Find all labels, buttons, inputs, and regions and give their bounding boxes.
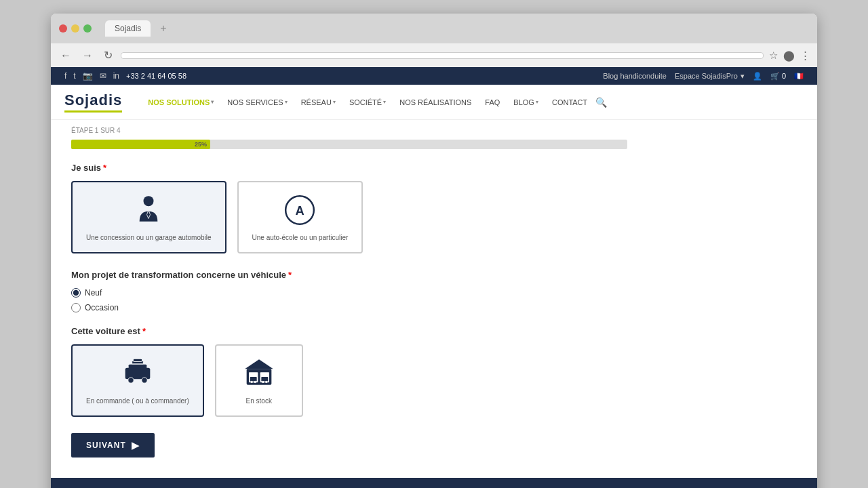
blog-link[interactable]: Blog handiconduite	[603, 72, 667, 80]
svg-rect-14	[250, 377, 256, 382]
nav-item-contact[interactable]: CONTACT	[547, 94, 593, 110]
nav-item-solutions[interactable]: NOS SOLUTIONS ▾	[142, 94, 219, 110]
page-content: ÉTAPE 1 SUR 4 25% Je suis*	[51, 120, 661, 478]
suivant-button[interactable]: SUIVANT ▶	[71, 433, 155, 458]
user-icon[interactable]: 👤	[753, 72, 762, 81]
star-icon[interactable]: ☆	[769, 49, 778, 62]
dot-maximize[interactable]	[83, 24, 92, 33]
logo[interactable]: Sojadis	[64, 92, 122, 113]
nav-label-societe: SOCIÉTÉ	[349, 98, 382, 106]
chevron-down-icon: ▾	[285, 99, 288, 105]
chevron-down-icon: ▾	[536, 99, 538, 105]
logo-underline	[64, 110, 122, 113]
nav-item-reseau[interactable]: RÉSEAU ▾	[296, 94, 341, 110]
browser-tab[interactable]: Sojadis	[105, 20, 151, 37]
top-bar: f t 📷 ✉ in +33 2 41 64 05 58 Blog handic…	[51, 67, 817, 85]
dot-close[interactable]	[59, 24, 67, 33]
dot-minimize[interactable]	[71, 24, 79, 33]
menu-button[interactable]: ⋮	[800, 49, 810, 62]
nav-label-realisations: NOS RÉALISATIONS	[399, 98, 471, 106]
svg-point-0	[144, 196, 154, 206]
option-card-order[interactable]: En commande ( ou à commander)	[71, 344, 204, 417]
nav-item-faq[interactable]: FAQ	[479, 94, 505, 110]
new-tab-button[interactable]: +	[160, 22, 166, 35]
espace-pro-label: Espace SojadisPro	[675, 72, 738, 80]
radio-occasion-input[interactable]	[71, 303, 81, 312]
breadcrumb: ÉTAPE 1 SUR 4	[71, 127, 641, 134]
dealer-icon	[132, 193, 165, 227]
nav-label-faq: FAQ	[485, 98, 500, 106]
instagram-icon[interactable]: 📷	[83, 71, 93, 81]
forward-button[interactable]: →	[79, 48, 96, 63]
radio-neuf-label: Neuf	[85, 288, 102, 298]
svg-point-17	[254, 381, 256, 383]
arrow-right-icon: ▶	[132, 440, 140, 451]
logo-text: Sojadis	[64, 92, 122, 109]
linkedin-icon[interactable]: in	[113, 71, 119, 81]
browser-dots	[59, 24, 92, 33]
nav-label-contact: CONTACT	[552, 98, 587, 106]
nav-label-reseau: RÉSEAU	[301, 98, 332, 106]
profile-icon: ⬤	[783, 49, 795, 62]
nav-label-solutions: NOS SOLUTIONS	[148, 98, 210, 106]
main-nav: Sojadis NOS SOLUTIONS ▾ NOS SERVICES ▾ R…	[51, 85, 817, 120]
back-button[interactable]: ←	[58, 48, 74, 63]
mail-icon[interactable]: ✉	[100, 71, 106, 81]
option-dealer-label: Une concession ou un garage automobile	[86, 234, 212, 241]
option-stock-label: En stock	[246, 397, 272, 405]
option-card-dealer[interactable]: Une concession ou un garage automobile	[71, 181, 226, 253]
nav-item-realisations[interactable]: NOS RÉALISATIONS	[394, 94, 477, 110]
option-school-label: Une auto-école ou un particulier	[252, 234, 349, 241]
nav-label-services: NOS SERVICES	[227, 98, 283, 106]
radio-neuf-input[interactable]	[71, 288, 81, 298]
flag-icon[interactable]: 🇫🇷	[794, 72, 804, 81]
projet-label: Mon projet de transformation concerne un…	[71, 270, 641, 280]
nav-item-societe[interactable]: SOCIÉTÉ ▾	[344, 94, 391, 110]
top-bar-right: Blog handiconduite Espace SojadisPro ▾ 👤…	[603, 72, 804, 81]
je-suis-options: Une concession ou un garage automobile A…	[71, 181, 641, 253]
chevron-down-icon: ▾	[211, 99, 214, 105]
website-content: f t 📷 ✉ in +33 2 41 64 05 58 Blog handic…	[51, 67, 817, 488]
radio-neuf[interactable]: Neuf	[71, 288, 641, 298]
svg-rect-9	[133, 359, 142, 361]
tab-label: Sojadis	[115, 24, 141, 33]
option-order-label: En commande ( ou à commander)	[86, 397, 189, 405]
svg-point-7	[142, 378, 147, 383]
svg-point-16	[250, 381, 252, 383]
required-star: *	[103, 163, 106, 173]
browser-toolbar: ← → ↻ ☆ ⬤ ⋮	[51, 43, 817, 67]
voiture-options: En commande ( ou à commander)	[71, 344, 641, 417]
nav-item-services[interactable]: NOS SERVICES ▾	[222, 94, 292, 110]
svg-point-19	[265, 381, 267, 383]
svg-marker-10	[245, 359, 273, 369]
option-card-stock[interactable]: En stock	[215, 344, 303, 417]
svg-text:A: A	[296, 203, 304, 218]
address-bar[interactable]	[121, 52, 764, 59]
chevron-down-icon: ▾	[333, 99, 336, 105]
required-star-3: *	[142, 326, 146, 336]
radio-occasion[interactable]: Occasion	[71, 303, 641, 312]
school-icon: A	[283, 193, 317, 227]
chevron-down-icon: ▾	[383, 99, 386, 105]
refresh-button[interactable]: ↻	[101, 47, 115, 63]
progress-bar-container: 25%	[71, 140, 627, 149]
phone-number: +33 2 41 64 05 58	[126, 72, 186, 80]
option-card-school[interactable]: A Une auto-école ou un particulier	[237, 181, 363, 253]
twitter-icon[interactable]: t	[73, 71, 75, 81]
facebook-icon[interactable]: f	[64, 71, 66, 81]
nav-label-blog: BLOG	[513, 98, 534, 106]
search-icon[interactable]: 🔍	[595, 97, 607, 108]
radio-group-vehicule: Neuf Occasion	[71, 288, 641, 312]
radio-occasion-label: Occasion	[85, 303, 119, 312]
progress-bar-fill: 25%	[71, 140, 210, 149]
voiture-label: Cette voiture est*	[71, 326, 641, 336]
espace-pro-button[interactable]: Espace SojadisPro ▾	[675, 72, 745, 81]
nav-item-blog[interactable]: BLOG ▾	[508, 94, 544, 110]
cart-button[interactable]: 🛒 0	[770, 72, 786, 81]
progress-label: 25%	[195, 141, 207, 148]
top-bar-left: f t 📷 ✉ in +33 2 41 64 05 58	[64, 71, 186, 81]
stock-icon	[242, 357, 276, 390]
svg-point-18	[262, 381, 264, 383]
espace-pro-chevron: ▾	[741, 72, 745, 81]
cart-count: 0	[782, 72, 786, 80]
